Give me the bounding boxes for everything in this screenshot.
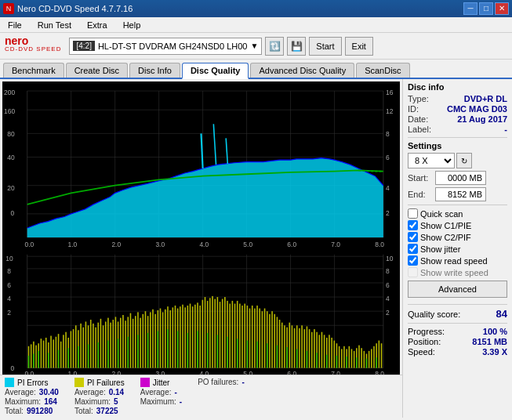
svg-rect-114 [165, 310, 166, 368]
svg-rect-204 [38, 351, 39, 368]
show-c2-pif-row[interactable]: Show C2/PIF [408, 232, 507, 242]
svg-rect-78 [75, 325, 77, 368]
svg-rect-132 [209, 298, 211, 368]
svg-rect-224 [237, 339, 238, 368]
menu-help[interactable]: Help [118, 19, 146, 31]
svg-text:10: 10 [386, 255, 393, 263]
svg-rect-89 [103, 325, 104, 368]
pi-errors-color-box [5, 378, 14, 387]
show-c2-pif-checkbox[interactable] [408, 232, 418, 242]
menu-file[interactable]: File [3, 19, 27, 31]
nero-logo: nero CD-DVD SPEED [5, 35, 61, 57]
tab-disc-quality[interactable]: Disc Quality [182, 63, 249, 79]
settings-refresh-btn[interactable]: ↻ [456, 153, 472, 168]
right-panel: Disc info Type: DVD+R DL ID: CMC MAG D03… [402, 79, 512, 418]
svg-rect-233 [326, 355, 328, 368]
menu-extra[interactable]: Extra [82, 19, 112, 31]
svg-text:16: 16 [386, 88, 393, 96]
title-bar-text: N Nero CD-DVD Speed 4.7.7.16 [3, 3, 133, 14]
svg-rect-200 [379, 341, 380, 368]
tab-create-disc[interactable]: Create Disc [66, 63, 128, 78]
svg-rect-188 [349, 346, 350, 368]
menu-bar: File Run Test Extra Help [0, 17, 512, 33]
svg-text:7.0: 7.0 [331, 241, 340, 249]
svg-rect-228 [277, 346, 278, 368]
start-label: Start: [408, 173, 435, 183]
svg-text:0: 0 [11, 209, 15, 218]
svg-rect-141 [232, 301, 234, 368]
start-button[interactable]: Start [309, 37, 341, 56]
tab-scan-disc[interactable]: ScanDisc [356, 63, 409, 78]
svg-rect-229 [286, 347, 288, 368]
svg-text:6.0: 6.0 [287, 370, 296, 375]
show-jitter-row[interactable]: Show jitter [408, 244, 507, 254]
svg-text:8: 8 [386, 266, 390, 275]
svg-rect-65 [43, 341, 45, 368]
tab-advanced-disc-quality[interactable]: Advanced Disc Quality [250, 63, 354, 78]
end-input[interactable] [435, 187, 486, 201]
tab-disc-info[interactable]: Disc Info [129, 63, 180, 78]
svg-text:8: 8 [386, 129, 390, 138]
progress-value: 100 % [483, 327, 507, 336]
maximize-button[interactable]: □ [479, 2, 493, 15]
svg-rect-66 [45, 338, 47, 368]
minimize-button[interactable]: ─ [463, 2, 478, 15]
show-read-speed-label: Show read speed [420, 256, 488, 266]
svg-rect-129 [202, 300, 204, 368]
tab-benchmark[interactable]: Benchmark [3, 63, 64, 78]
svg-text:1.0: 1.0 [67, 370, 77, 375]
quick-scan-checkbox[interactable] [408, 208, 418, 219]
svg-text:200: 200 [4, 88, 15, 96]
svg-rect-42 [2, 252, 400, 372]
pi-failures-label: PI Failures [87, 378, 125, 387]
show-c1-pie-label: Show C1/PIE [420, 221, 471, 230]
svg-rect-152 [259, 309, 260, 368]
svg-rect-100 [130, 313, 132, 368]
advanced-button[interactable]: Advanced [408, 281, 507, 298]
show-write-speed-row[interactable]: Show write speed [408, 267, 507, 277]
svg-rect-80 [80, 324, 82, 368]
show-c1-pie-row[interactable]: Show C1/PIE [408, 220, 507, 230]
svg-rect-176 [318, 335, 320, 368]
svg-text:4.0: 4.0 [199, 241, 209, 249]
svg-rect-116 [169, 310, 171, 368]
show-read-speed-row[interactable]: Show read speed [408, 255, 507, 266]
svg-rect-150 [254, 309, 256, 368]
show-jitter-checkbox[interactable] [408, 244, 418, 254]
svg-rect-196 [369, 351, 370, 368]
save-button[interactable]: 💾 [287, 37, 306, 56]
type-label: Type: [408, 94, 429, 103]
show-write-speed-checkbox [408, 267, 418, 277]
quick-scan-row[interactable]: Quick scan [408, 208, 507, 219]
show-c1-pie-checkbox[interactable] [408, 220, 418, 230]
progress-label: Progress: [408, 327, 445, 336]
svg-rect-118 [175, 306, 176, 368]
jitter-label: Jitter [153, 378, 170, 387]
refresh-button[interactable]: 🔃 [265, 37, 284, 56]
exit-button[interactable]: Exit [345, 37, 373, 56]
svg-rect-190 [354, 351, 355, 368]
start-input[interactable] [435, 171, 486, 185]
svg-rect-148 [249, 309, 251, 368]
svg-rect-225 [247, 341, 249, 368]
svg-rect-94 [115, 317, 117, 368]
svg-rect-105 [143, 314, 144, 368]
id-label: ID: [408, 104, 419, 114]
svg-rect-184 [339, 346, 340, 368]
show-read-speed-checkbox[interactable] [408, 255, 418, 266]
svg-rect-140 [229, 304, 231, 368]
svg-text:3.0: 3.0 [155, 370, 165, 375]
svg-rect-146 [244, 304, 245, 368]
svg-rect-234 [336, 356, 338, 368]
svg-rect-97 [122, 315, 124, 368]
drive-selector[interactable]: [4:2] HL-DT-ST DVDRAM GH24NSD0 LH00 ▼ [69, 38, 262, 55]
speed-select[interactable]: 8 X [408, 153, 455, 168]
svg-rect-161 [281, 323, 283, 368]
svg-rect-194 [364, 351, 365, 368]
close-button[interactable]: ✕ [495, 2, 509, 15]
position-label: Position: [408, 337, 441, 346]
toolbar: nero CD-DVD SPEED [4:2] HL-DT-ST DVDRAM … [0, 33, 512, 60]
svg-rect-198 [373, 346, 375, 368]
menu-run-test[interactable]: Run Test [33, 19, 76, 31]
svg-rect-162 [284, 325, 285, 368]
